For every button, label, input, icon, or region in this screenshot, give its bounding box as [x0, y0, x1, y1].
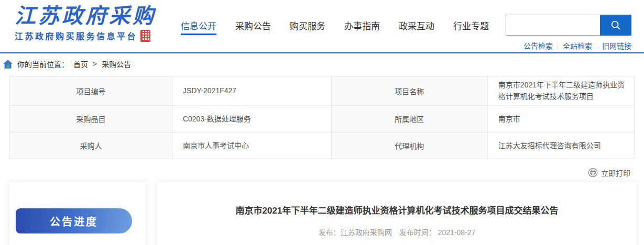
link-divider	[558, 42, 558, 49]
announcement-title: 南京市2021年下半年二级建造师执业资格计算机化考试技术服务项目成交结果公告	[157, 203, 637, 216]
printer-icon	[588, 168, 598, 177]
search-input[interactable]	[506, 15, 600, 36]
cell-purchaser-label: 采购人	[10, 132, 172, 159]
announcement-panel: 南京市2021年下半年二级建造师执业资格计算机化考试技术服务项目成交结果公告 发…	[157, 182, 637, 245]
link-old-site[interactable]: 旧网链接	[602, 40, 631, 51]
nav-item-procurement-notice[interactable]: 采购公告	[235, 19, 271, 39]
nav-item-service-guide[interactable]: 办事指南	[344, 19, 380, 39]
logo-subtitle: 江苏政府购买服务信息平台	[15, 29, 137, 42]
cell-purchaser-value: 南京市人事考试中心	[172, 132, 331, 159]
breadcrumb-home[interactable]: 首页	[73, 59, 88, 69]
publish-time-label: 发布时间：	[399, 228, 436, 237]
link-divider	[597, 42, 597, 49]
cell-agency-label: 代理机构	[331, 132, 487, 159]
cell-procurement-category-label: 采购品目	[10, 106, 172, 132]
cell-project-number-value: JSDY-2021F427	[172, 76, 331, 106]
cell-agency-value: 江苏大友招标代理咨询有限公司	[487, 132, 634, 159]
table-row: 项目编号 JSDY-2021F427 项目名称 南京市2021年下半年二级建造师…	[10, 76, 635, 106]
search-area: 公告检索 全站检索 旧网链接	[506, 15, 631, 51]
page: 江苏政府采购 江苏政府购买服务信息平台 信息公开 采购公告 购买服务 办事指南 …	[0, 0, 644, 245]
search-icon	[610, 19, 621, 31]
logo-subtitle-row: 江苏政府购买服务信息平台	[15, 29, 156, 42]
content-section: 公告进度 南京市2021年下半年二级建造师执业资格计算机化考试技术服务项目成交结…	[0, 178, 644, 245]
table-row: 采购人 南京市人事考试中心 代理机构 江苏大友招标代理咨询有限公司	[10, 132, 635, 159]
breadcrumb-current[interactable]: 采购公告	[102, 59, 131, 69]
print-button[interactable]: 立即打印	[588, 168, 630, 178]
link-site-search[interactable]: 全站检索	[563, 40, 592, 51]
left-sidebar: 公告进度	[9, 182, 146, 245]
nav-item-interaction[interactable]: 政采互动	[399, 19, 434, 39]
cell-project-number-label: 项目编号	[10, 76, 172, 106]
search-links: 公告检索 全站检索 旧网链接	[506, 40, 631, 51]
publisher-label: 发布：	[319, 228, 341, 237]
breadcrumb: 你的当前位置： 首页 > 采购公告	[0, 53, 644, 74]
cell-project-name-value: 南京市2021年下半年二级建造师执业资格计算机化考试技术服务项目	[487, 76, 634, 106]
main-nav: 信息公开 采购公告 购买服务 办事指南 政采互动 行业专题	[181, 19, 489, 39]
logo-title: 江苏政府采购	[15, 3, 156, 28]
red-seal-icon	[140, 30, 150, 42]
nav-item-industry-topics[interactable]: 行业专题	[453, 19, 489, 39]
site-header: 江苏政府采购 江苏政府购买服务信息平台 信息公开 采购公告 购买服务 办事指南 …	[0, 0, 644, 52]
cell-procurement-category-value: C0203-数据处理服务	[172, 106, 331, 132]
cell-project-name-label: 项目名称	[331, 76, 487, 106]
nav-item-purchase-service[interactable]: 购买服务	[290, 19, 325, 39]
table-row: 采购品目 C0203-数据处理服务 所属地区 南京市	[10, 106, 635, 132]
print-row: 立即打印	[0, 159, 644, 178]
cell-region-value: 南京市	[487, 106, 634, 132]
site-logo[interactable]: 江苏政府采购 江苏政府购买服务信息平台	[15, 3, 156, 42]
search-button[interactable]	[600, 15, 631, 36]
announcement-meta: 发布：江苏政府采购网发布时间： 2021-08-27	[157, 227, 637, 237]
breadcrumb-prefix: 你的当前位置：	[17, 59, 69, 69]
project-info-table: 项目编号 JSDY-2021F427 项目名称 南京市2021年下半年二级建造师…	[9, 76, 635, 159]
link-announcement-search[interactable]: 公告检索	[523, 40, 553, 51]
breadcrumb-separator: >	[93, 60, 97, 68]
search-row	[506, 15, 631, 36]
cell-region-label: 所属地区	[331, 106, 487, 132]
publisher-value: 江苏政府采购网	[341, 228, 392, 237]
announcement-progress-button[interactable]: 公告进度	[16, 208, 132, 233]
print-label: 立即打印	[601, 168, 630, 178]
publish-time-value: 2021-08-27	[438, 228, 476, 237]
nav-item-info-disclosure[interactable]: 信息公开	[181, 19, 216, 39]
home-icon	[3, 60, 13, 69]
